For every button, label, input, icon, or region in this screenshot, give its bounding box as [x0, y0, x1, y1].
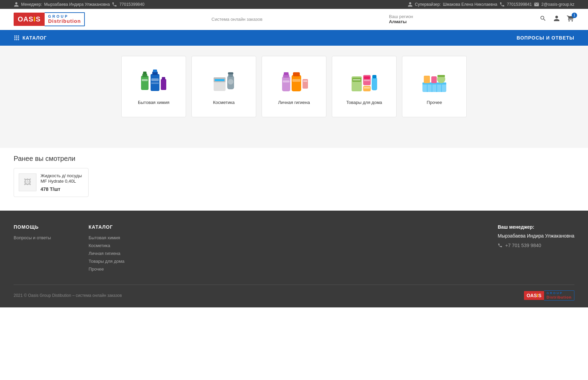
- svg-rect-35: [372, 77, 377, 90]
- supervisor-info: Супервайзер: Шмакова Елена Николаевна 77…: [407, 2, 574, 7]
- recent-product-name: Жидкость д/ посуды MF Hydrate 0,40L: [41, 173, 83, 185]
- footer-catalog-link-household[interactable]: Бытовая химия: [89, 235, 143, 240]
- recent-product-price: 478 Т/шт: [41, 186, 83, 192]
- logo[interactable]: OASIS GROUP Distribution: [14, 12, 85, 26]
- svg-rect-0: [141, 76, 149, 90]
- user-button[interactable]: [553, 15, 560, 24]
- nav-catalog-label: КАТАЛОГ: [22, 35, 47, 41]
- category-icon-home: [349, 68, 380, 95]
- footer-catalog-link-home[interactable]: Товары для дома: [89, 259, 143, 264]
- footer-catalog-link-hygiene[interactable]: Личная гигиена: [89, 251, 143, 256]
- phone-icon-footer: [498, 243, 502, 248]
- main-nav: КАТАЛОГ ВОПРОСЫ И ОТВЕТЫ: [0, 30, 588, 46]
- supervisor-name: Шмакова Елена Николаевна: [443, 2, 497, 7]
- logo-distribution: Distribution: [48, 18, 81, 24]
- footer-help-col: ПОМОЩЬ Вопросы и ответы: [14, 224, 68, 274]
- svg-rect-31: [364, 76, 370, 79]
- category-grid: Бытовая химия Косметика: [14, 56, 574, 117]
- supervisor-phone: 77015399841: [507, 2, 532, 7]
- svg-rect-10: [162, 77, 165, 80]
- category-label-household: Бытовая химия: [138, 100, 170, 105]
- recent-section: Ранее вы смотрели 🖼 Жидкость д/ посуды M…: [0, 148, 588, 211]
- catalog-grid-icon: [14, 35, 20, 41]
- nav-qa-label: ВОПРОСЫ И ОТВЕТЫ: [516, 35, 574, 41]
- svg-rect-29: [353, 79, 360, 80]
- category-icon-cosmetics: [208, 68, 239, 95]
- footer-catalog-col: КАТАЛОГ Бытовая химия Косметика Личная г…: [89, 224, 143, 274]
- category-icon-household: [138, 68, 169, 95]
- supervisor-icon: [407, 2, 413, 7]
- category-hygiene[interactable]: Личная гигиена: [262, 56, 326, 117]
- category-label-home: Товары для дома: [346, 100, 382, 105]
- svg-rect-7: [151, 78, 159, 81]
- header: OASIS GROUP Distribution Система онлайн …: [0, 9, 588, 30]
- svg-rect-2: [143, 72, 146, 74]
- svg-rect-21: [283, 80, 290, 82]
- region-value: Алматы: [389, 19, 413, 24]
- recent-product-info: Жидкость д/ посуды MF Hydrate 0,40L 478 …: [41, 173, 83, 192]
- footer-link-faq[interactable]: Вопросы и ответы: [14, 235, 68, 240]
- recent-product-card[interactable]: 🖼 Жидкость д/ посуды MF Hydrate 0,40L 47…: [14, 168, 89, 197]
- manager-phone: 77015399840: [119, 2, 144, 7]
- category-label-cosmetics: Косметика: [213, 100, 234, 105]
- search-icon: [540, 15, 546, 22]
- footer-bottom: 2021 © Oasis Group Distibution – система…: [14, 285, 574, 301]
- svg-rect-26: [303, 80, 307, 82]
- cart-wrapper: 1: [567, 15, 574, 24]
- top-bar: Менеджер: Мырзабаева Индира Улжакановна …: [0, 0, 588, 9]
- main-content: Бытовая химия Косметика: [0, 46, 588, 148]
- svg-rect-46: [437, 75, 445, 77]
- footer-logo-text: GROUP Distribution: [544, 290, 574, 301]
- category-household[interactable]: Бытовая химия: [121, 56, 186, 117]
- svg-point-16: [228, 79, 233, 85]
- svg-rect-22: [292, 75, 301, 91]
- supervisor-email: 2@oasis-group.kz: [541, 2, 574, 7]
- phone-icon-manager: [112, 2, 117, 7]
- footer-logo[interactable]: OASIS GROUP Distribution: [524, 290, 574, 301]
- logo-text: GROUP Distribution: [45, 12, 85, 26]
- category-icon-other: [419, 68, 450, 95]
- header-actions: 1: [540, 15, 574, 24]
- recent-title: Ранее вы смотрели: [14, 155, 574, 163]
- footer-logo-oasis: OASIS: [524, 291, 544, 300]
- nav-qa[interactable]: ВОПРОСЫ И ОТВЕТЫ: [516, 35, 574, 41]
- image-placeholder: 🖼: [24, 178, 31, 187]
- svg-rect-24: [292, 79, 300, 82]
- category-label-other: Прочее: [427, 100, 442, 105]
- search-button[interactable]: [540, 15, 546, 24]
- manager-name: Мырзабаева Индира Улжакановна: [44, 2, 110, 7]
- region-selector[interactable]: Ваш регион Алматы: [389, 14, 413, 24]
- svg-rect-34: [364, 87, 370, 89]
- footer-logo-distribution: Distribution: [546, 295, 572, 299]
- category-home[interactable]: Товары для дома: [332, 56, 397, 117]
- svg-rect-43: [424, 76, 430, 83]
- svg-rect-44: [431, 76, 437, 83]
- footer-catalog-link-cosmetics[interactable]: Косметика: [89, 243, 143, 248]
- footer-catalog-heading: КАТАЛОГ: [89, 224, 143, 230]
- category-label-hygiene: Личная гигиена: [278, 100, 310, 105]
- footer-catalog-link-other[interactable]: Прочее: [89, 267, 143, 272]
- copyright-text: 2021 © Oasis Group Distibution – система…: [14, 293, 122, 298]
- system-label: Система онлайн заказов: [212, 17, 262, 22]
- footer-manager-phone: +7 701 539 9840: [498, 243, 574, 248]
- footer-phone-number: +7 701 539 9840: [505, 243, 541, 248]
- svg-rect-6: [153, 70, 157, 72]
- svg-rect-23: [293, 72, 300, 76]
- svg-rect-32: [364, 80, 370, 81]
- user-icon: [553, 15, 560, 22]
- footer-manager-name: Мырзабаева Индира Улжакановна: [498, 233, 574, 239]
- cart-button[interactable]: 1: [567, 15, 574, 24]
- footer-logo-group: GROUP: [546, 292, 572, 295]
- recent-product-image: 🖼: [19, 173, 36, 191]
- nav-catalog[interactable]: КАТАЛОГ: [14, 35, 47, 41]
- category-other[interactable]: Прочее: [402, 56, 467, 117]
- svg-rect-8: [151, 82, 159, 84]
- category-cosmetics[interactable]: Косметика: [191, 56, 256, 117]
- email-icon: [534, 2, 539, 7]
- phone-icon-supervisor: [499, 2, 505, 7]
- svg-rect-9: [161, 79, 166, 90]
- svg-rect-3: [142, 79, 148, 81]
- manager-label: Менеджер:: [21, 2, 42, 7]
- manager-info: Менеджер: Мырзабаева Индира Улжакановна …: [14, 2, 144, 7]
- footer-top: ПОМОЩЬ Вопросы и ответы КАТАЛОГ Бытовая …: [14, 224, 574, 274]
